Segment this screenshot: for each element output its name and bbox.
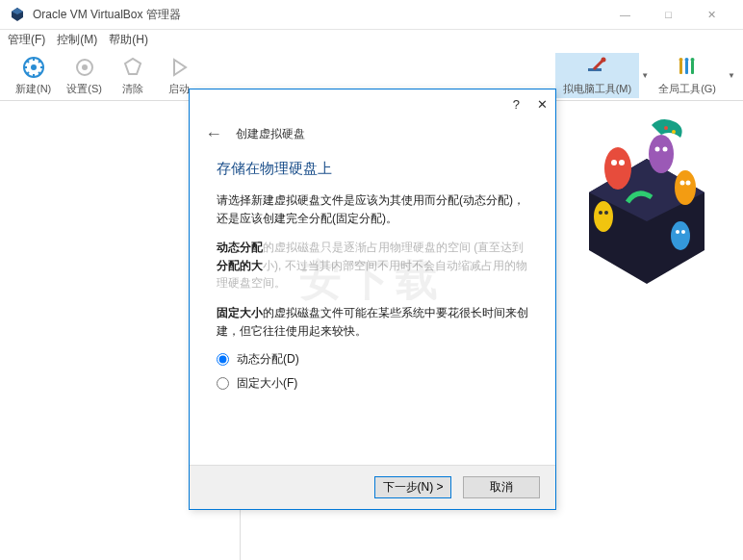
dialog-footer: 下一步(N) > 取消 bbox=[190, 465, 555, 509]
svg-point-39 bbox=[676, 230, 679, 234]
menu-control[interactable]: 控制(M) bbox=[57, 32, 97, 48]
radio-fixed-label: 固定大小(F) bbox=[237, 375, 297, 392]
dialog-close-button[interactable]: ✕ bbox=[537, 97, 548, 112]
cancel-button[interactable]: 取消 bbox=[463, 476, 540, 498]
vm-tools-icon bbox=[584, 55, 609, 80]
window-title: Oracle VM VirtualBox 管理器 bbox=[33, 7, 603, 23]
gear-icon bbox=[72, 55, 97, 80]
dialog-para-1: 请选择新建虚拟硬盘文件是应该为其使用而分配(动态分配)，还是应该创建完全分配(固… bbox=[217, 191, 528, 227]
dialog-heading: 存储在物理硬盘上 bbox=[217, 160, 528, 178]
svg-point-25 bbox=[611, 160, 617, 165]
menubar: 管理(F) 控制(M) 帮助(H) bbox=[0, 30, 743, 50]
svg-point-36 bbox=[599, 211, 602, 215]
dialog-para-2: 动态分配的虚拟磁盘只是逐渐占用物理硬盘的空间 (直至达到 分配的大小), 不过当… bbox=[217, 239, 528, 293]
svg-line-11 bbox=[38, 61, 40, 63]
radio-group: 动态分配(D) 固定大小(F) bbox=[217, 351, 528, 392]
svg-point-34 bbox=[686, 181, 691, 186]
svg-point-37 bbox=[604, 211, 608, 215]
dialog-titlebar: ? ✕ bbox=[190, 89, 555, 118]
chevron-down-icon[interactable]: ▼ bbox=[728, 71, 735, 80]
toolbar-clear[interactable]: 清除 bbox=[110, 53, 156, 98]
svg-point-40 bbox=[681, 230, 685, 234]
svg-line-10 bbox=[27, 72, 29, 74]
svg-point-29 bbox=[663, 147, 668, 152]
minimize-button[interactable]: — bbox=[603, 0, 647, 30]
para2-bold2: 分配的大 bbox=[217, 259, 263, 272]
svg-point-15 bbox=[602, 57, 606, 62]
radio-fixed[interactable]: 固定大小(F) bbox=[217, 375, 528, 392]
menu-manage[interactable]: 管理(F) bbox=[8, 32, 45, 48]
svg-rect-18 bbox=[691, 61, 694, 74]
svg-point-19 bbox=[679, 58, 683, 62]
svg-point-33 bbox=[680, 181, 685, 186]
chevron-down-icon[interactable]: ▼ bbox=[641, 71, 649, 80]
global-tools-icon bbox=[675, 55, 700, 80]
dialog-help-button[interactable]: ? bbox=[513, 97, 520, 112]
toolbar-global-tools-label: 全局工具(G) bbox=[658, 82, 716, 96]
toolbar-clear-label: 清除 bbox=[122, 82, 143, 96]
toolbar-new-label: 新建(N) bbox=[15, 82, 51, 96]
close-button[interactable]: ✕ bbox=[690, 0, 733, 30]
toolbar-settings-label: 设置(S) bbox=[66, 82, 102, 96]
svg-point-30 bbox=[664, 126, 668, 130]
svg-point-3 bbox=[31, 64, 37, 70]
dialog-header-title: 创建虚拟硬盘 bbox=[236, 126, 305, 142]
toolbar-global-tools[interactable]: 全局工具(G) bbox=[649, 53, 726, 98]
toolbar-vm-tools-label: 拟电脑工具(M) bbox=[563, 82, 632, 96]
para2-text1: 的虚拟磁盘只是逐渐占用物理硬盘的空间 (直至达到 bbox=[263, 241, 524, 254]
create-disk-dialog: ? ✕ ← 创建虚拟硬盘 存储在物理硬盘上 请选择新建虚拟硬盘文件是应该为其使用… bbox=[189, 89, 556, 510]
svg-point-32 bbox=[675, 170, 696, 205]
clear-icon bbox=[120, 55, 145, 80]
toolbar-vm-tools[interactable]: 拟电脑工具(M) bbox=[555, 53, 640, 98]
svg-point-24 bbox=[604, 147, 631, 190]
titlebar: Oracle VM VirtualBox 管理器 — □ ✕ bbox=[0, 0, 743, 30]
back-arrow-icon[interactable]: ← bbox=[205, 124, 222, 144]
next-button[interactable]: 下一步(N) > bbox=[374, 476, 451, 498]
svg-point-20 bbox=[685, 58, 689, 62]
dialog-header: ← 创建虚拟硬盘 bbox=[190, 118, 555, 154]
svg-line-9 bbox=[38, 72, 40, 74]
para3-bold: 固定大小 bbox=[217, 306, 263, 319]
svg-point-21 bbox=[691, 58, 695, 62]
svg-point-28 bbox=[655, 147, 660, 152]
virtualbox-mascot bbox=[570, 111, 724, 284]
start-icon bbox=[167, 55, 192, 80]
svg-point-27 bbox=[649, 135, 674, 173]
menu-help[interactable]: 帮助(H) bbox=[109, 32, 148, 48]
toolbar-settings[interactable]: 设置(S) bbox=[59, 53, 110, 98]
para2-text2: 小), 不过当其内部空间不用时不会自动缩减占用的物理硬盘空间。 bbox=[217, 259, 527, 291]
dialog-body: 存储在物理硬盘上 请选择新建虚拟硬盘文件是应该为其使用而分配(动态分配)，还是应… bbox=[190, 154, 555, 465]
dialog-para-3: 固定大小的虚拟磁盘文件可能在某些系统中要花很长时间来创建，但它往往使用起来较快。 bbox=[217, 304, 528, 340]
maximize-button[interactable]: □ bbox=[647, 0, 690, 30]
para2-bold1: 动态分配 bbox=[217, 241, 263, 254]
toolbar-new[interactable]: 新建(N) bbox=[8, 53, 59, 98]
svg-point-13 bbox=[82, 64, 88, 70]
radio-dynamic[interactable]: 动态分配(D) bbox=[217, 351, 528, 368]
svg-rect-17 bbox=[685, 61, 688, 74]
radio-dynamic-input[interactable] bbox=[217, 353, 229, 366]
svg-point-26 bbox=[619, 160, 625, 165]
para3-text: 的虚拟磁盘文件可能在某些系统中要花很长时间来创建，但它往往使用起来较快。 bbox=[217, 306, 528, 338]
svg-point-38 bbox=[671, 221, 690, 250]
svg-point-35 bbox=[594, 201, 613, 232]
radio-fixed-input[interactable] bbox=[217, 377, 229, 390]
app-icon bbox=[10, 7, 25, 22]
svg-point-31 bbox=[672, 130, 676, 134]
new-icon bbox=[21, 55, 46, 80]
toolbar-start-label: 启动 bbox=[168, 82, 190, 96]
radio-dynamic-label: 动态分配(D) bbox=[237, 351, 299, 368]
svg-line-8 bbox=[27, 61, 29, 63]
svg-rect-16 bbox=[679, 61, 682, 74]
